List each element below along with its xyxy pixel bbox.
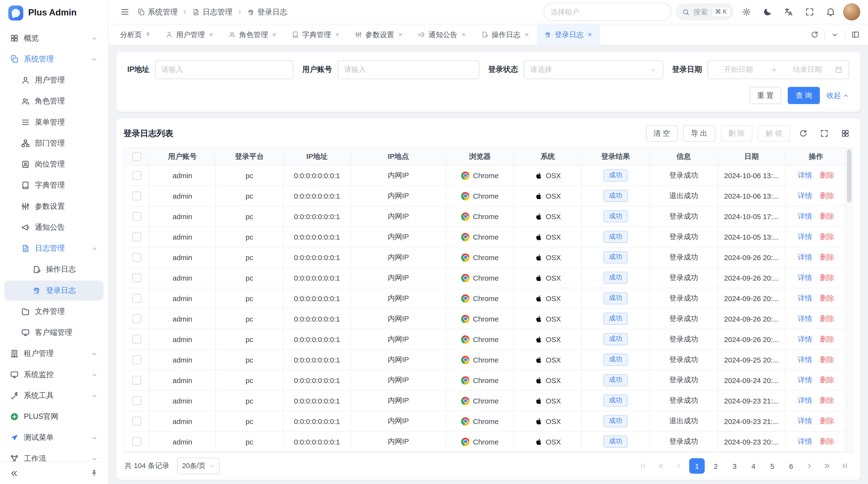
column-header[interactable]: 浏览器 (446, 148, 514, 165)
settings-button[interactable] (738, 4, 754, 20)
notifications-button[interactable] (822, 4, 839, 20)
hamburger-menu-button[interactable] (116, 4, 133, 20)
row-checkbox[interactable] (132, 253, 141, 262)
close-icon[interactable] (271, 32, 277, 38)
row-checkbox[interactable] (132, 232, 141, 241)
column-header[interactable]: 登录平台 (216, 148, 283, 165)
tab[interactable]: 分析页 (113, 24, 158, 45)
refresh-page-button[interactable] (806, 26, 823, 43)
detail-link[interactable]: 详情 (798, 273, 812, 283)
sidebar-item[interactable]: 操作日志 (4, 260, 103, 280)
breadcrumb-item[interactable]: 日志管理 (192, 7, 233, 17)
first-page-button[interactable] (636, 458, 651, 474)
tab[interactable]: 操作日志 (474, 24, 537, 45)
sidebar-item[interactable]: 工作流 (4, 449, 103, 461)
tab[interactable]: 通知公告 (411, 24, 474, 45)
detail-link[interactable]: 详情 (798, 191, 812, 201)
detail-link[interactable]: 详情 (798, 355, 812, 365)
sidebar-item[interactable]: 通知公告 (4, 218, 103, 237)
delete-link[interactable]: 删除 (820, 375, 834, 385)
delete-link[interactable]: 删除 (820, 314, 834, 324)
sidebar-item[interactable]: 系统管理 (4, 49, 103, 69)
column-header[interactable]: 日期 (718, 148, 785, 165)
row-checkbox[interactable] (132, 212, 141, 221)
detail-link[interactable]: 详情 (798, 170, 812, 180)
sidebar-item[interactable]: 字典管理 (4, 175, 103, 195)
delete-link[interactable]: 删除 (820, 437, 834, 446)
column-header[interactable]: 系统 (514, 148, 582, 165)
pin-icon[interactable] (145, 32, 151, 38)
language-toggle[interactable] (780, 4, 797, 20)
pin-sidebar-button[interactable] (86, 465, 102, 482)
close-icon[interactable] (587, 32, 593, 38)
row-checkbox[interactable] (132, 417, 141, 426)
sidebar-item[interactable]: 日志管理 (4, 238, 103, 259)
tab[interactable]: 角色管理 (221, 24, 284, 45)
detail-link[interactable]: 详情 (798, 334, 812, 344)
page-button[interactable]: 5 (765, 458, 780, 474)
sidebar-item[interactable]: 测试菜单 (4, 428, 103, 448)
status-select[interactable]: 请选择 (524, 60, 663, 79)
row-checkbox[interactable] (132, 314, 141, 323)
delete-link[interactable]: 删除 (820, 232, 834, 242)
sidebar-item[interactable]: 部门管理 (4, 133, 103, 153)
delete-link[interactable]: 删除 (820, 355, 834, 365)
sidebar-item[interactable]: 角色管理 (4, 91, 103, 111)
select-all-checkbox[interactable] (132, 152, 141, 161)
clear-button[interactable]: 清 空 (646, 125, 678, 142)
scrollbar-thumb[interactable] (847, 150, 851, 202)
fullscreen-button[interactable] (801, 4, 817, 20)
close-icon[interactable] (524, 32, 530, 38)
search-box[interactable]: 搜索 ⌘ K (676, 3, 734, 21)
refresh-table-button[interactable] (796, 126, 811, 141)
collapse-sidebar-button[interactable] (5, 465, 22, 482)
tab-actions-button[interactable] (827, 26, 843, 43)
detail-link[interactable]: 详情 (798, 314, 812, 324)
detail-link[interactable]: 详情 (798, 293, 812, 303)
delete-link[interactable]: 删除 (820, 396, 834, 406)
close-icon[interactable] (461, 32, 467, 38)
detail-link[interactable]: 详情 (798, 252, 812, 262)
sidebar-item[interactable]: 系统监控 (4, 365, 103, 385)
column-header[interactable]: IP地址 (283, 148, 351, 165)
prev-10-pages-button[interactable] (654, 458, 668, 474)
tenant-select[interactable]: 选择租户 (544, 3, 671, 21)
row-checkbox[interactable] (132, 294, 141, 303)
sidebar-item[interactable]: 系统工具 (4, 386, 103, 406)
column-header[interactable]: 信息 (650, 148, 718, 165)
row-checkbox[interactable] (132, 335, 141, 344)
breadcrumb-item[interactable]: 系统管理 (137, 7, 178, 17)
last-page-button[interactable] (838, 458, 852, 474)
next-10-pages-button[interactable] (820, 458, 834, 474)
row-checkbox[interactable] (132, 396, 141, 405)
tab[interactable]: 参数设置 (348, 24, 411, 45)
page-button[interactable]: 1 (689, 458, 705, 474)
delete-link[interactable]: 删除 (820, 334, 834, 344)
row-checkbox[interactable] (132, 437, 141, 446)
column-settings-button[interactable] (838, 126, 853, 141)
account-input[interactable]: 请输入 (338, 60, 479, 79)
page-button[interactable]: 2 (708, 458, 723, 474)
row-checkbox[interactable] (132, 171, 141, 180)
row-checkbox[interactable] (132, 273, 141, 282)
detail-link[interactable]: 详情 (798, 416, 812, 426)
close-icon[interactable] (397, 32, 403, 38)
sidebar-item[interactable]: 岗位管理 (4, 155, 103, 174)
detail-link[interactable]: 详情 (798, 375, 812, 385)
sidebar-item[interactable]: PLUS官网 (4, 407, 103, 427)
delete-button[interactable]: 删 除 (721, 125, 752, 142)
dark-mode-toggle[interactable] (759, 4, 776, 20)
column-header[interactable]: 操作 (785, 148, 846, 165)
sidebar-item[interactable]: 菜单管理 (4, 112, 103, 132)
reset-button[interactable]: 重 置 (749, 87, 781, 104)
sidebar-item[interactable]: 参数设置 (4, 196, 103, 217)
prev-page-button[interactable] (672, 458, 686, 474)
collapse-filter-link[interactable]: 收起 (827, 90, 849, 100)
close-icon[interactable] (334, 32, 340, 38)
column-header[interactable]: 用户账号 (150, 148, 216, 165)
page-button[interactable]: 4 (746, 458, 761, 474)
delete-link[interactable]: 删除 (820, 191, 834, 201)
delete-link[interactable]: 删除 (820, 293, 834, 303)
date-range-picker[interactable]: 开始日期 结束日期 (707, 60, 849, 79)
delete-link[interactable]: 删除 (820, 212, 834, 221)
